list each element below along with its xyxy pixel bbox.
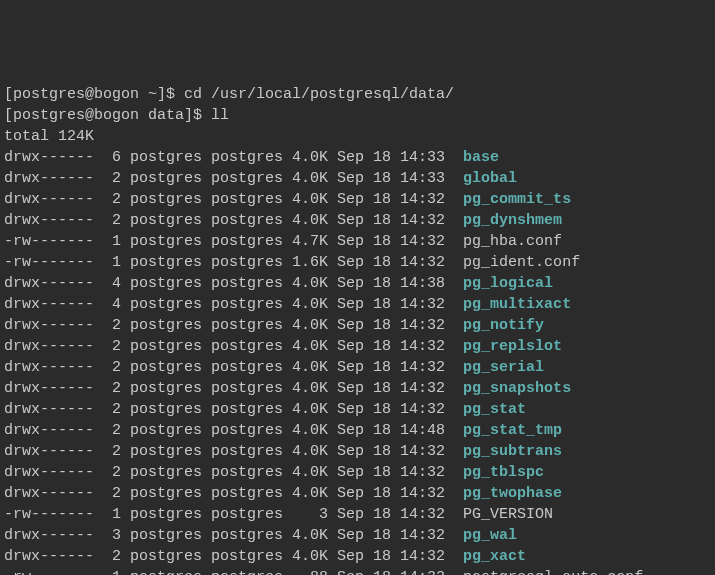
listing-row: -rw------- 1 postgres postgres 4.7K Sep … — [4, 231, 711, 252]
owner: postgres — [130, 548, 211, 565]
size: 4.0K — [292, 401, 337, 418]
datetime: Sep 18 14:32 — [337, 317, 463, 334]
datetime: Sep 18 14:32 — [337, 233, 463, 250]
dir-name: pg_serial — [463, 359, 544, 376]
links: 2 — [94, 548, 130, 565]
listing-row: drwx------ 2 postgres postgres 4.0K Sep … — [4, 336, 711, 357]
listing-row: -rw------- 1 postgres postgres 3 Sep 18 … — [4, 504, 711, 525]
file-name: pg_hba.conf — [463, 233, 562, 250]
listing-row: drwx------ 3 postgres postgres 4.0K Sep … — [4, 525, 711, 546]
listing-row: drwx------ 2 postgres postgres 4.0K Sep … — [4, 399, 711, 420]
links: 2 — [94, 212, 130, 229]
datetime: Sep 18 14:32 — [337, 191, 463, 208]
links: 2 — [94, 191, 130, 208]
dir-name: pg_dynshmem — [463, 212, 562, 229]
datetime: Sep 18 14:32 — [337, 569, 463, 575]
size: 4.0K — [292, 275, 337, 292]
group: postgres — [211, 233, 292, 250]
links: 2 — [94, 422, 130, 439]
perm: drwx------ — [4, 191, 94, 208]
size: 4.0K — [292, 548, 337, 565]
perm: drwx------ — [4, 359, 94, 376]
listing-row: -rw------- 1 postgres postgres 1.6K Sep … — [4, 252, 711, 273]
group: postgres — [211, 317, 292, 334]
perm: -rw------- — [4, 506, 94, 523]
listing-row: drwx------ 2 postgres postgres 4.0K Sep … — [4, 378, 711, 399]
terminal-output[interactable]: [postgres@bogon ~]$ cd /usr/local/postgr… — [4, 84, 711, 575]
owner: postgres — [130, 233, 211, 250]
perm: drwx------ — [4, 338, 94, 355]
owner: postgres — [130, 149, 211, 166]
owner: postgres — [130, 527, 211, 544]
datetime: Sep 18 14:32 — [337, 548, 463, 565]
datetime: Sep 18 14:32 — [337, 443, 463, 460]
size: 4.0K — [292, 149, 337, 166]
perm: drwx------ — [4, 527, 94, 544]
listing-row: drwx------ 4 postgres postgres 4.0K Sep … — [4, 294, 711, 315]
group: postgres — [211, 464, 292, 481]
datetime: Sep 18 14:38 — [337, 275, 463, 292]
datetime: Sep 18 14:32 — [337, 254, 463, 271]
command-cd: cd /usr/local/postgresql/data/ — [184, 86, 454, 103]
size: 4.0K — [292, 338, 337, 355]
listing-row: drwx------ 2 postgres postgres 4.0K Sep … — [4, 546, 711, 567]
listing-row: -rw------- 1 postgres postgres 88 Sep 18… — [4, 567, 711, 575]
perm: drwx------ — [4, 170, 94, 187]
perm: drwx------ — [4, 422, 94, 439]
size: 4.0K — [292, 212, 337, 229]
dir-name: pg_notify — [463, 317, 544, 334]
owner: postgres — [130, 212, 211, 229]
perm: drwx------ — [4, 485, 94, 502]
datetime: Sep 18 14:32 — [337, 380, 463, 397]
owner: postgres — [130, 296, 211, 313]
perm: drwx------ — [4, 212, 94, 229]
datetime: Sep 18 14:32 — [337, 485, 463, 502]
links: 2 — [94, 380, 130, 397]
datetime: Sep 18 14:32 — [337, 359, 463, 376]
group: postgres — [211, 527, 292, 544]
datetime: Sep 18 14:32 — [337, 464, 463, 481]
file-name: postgresql.auto.conf — [463, 569, 643, 575]
links: 4 — [94, 296, 130, 313]
links: 1 — [94, 569, 130, 575]
size: 4.7K — [292, 233, 337, 250]
owner: postgres — [130, 380, 211, 397]
shell-prompt-2: [postgres@bogon data]$ — [4, 107, 211, 124]
dir-name: pg_subtrans — [463, 443, 562, 460]
datetime: Sep 18 14:32 — [337, 338, 463, 355]
prompt-line-2: [postgres@bogon data]$ ll — [4, 105, 711, 126]
listing-row: drwx------ 2 postgres postgres 4.0K Sep … — [4, 420, 711, 441]
group: postgres — [211, 338, 292, 355]
perm: drwx------ — [4, 296, 94, 313]
owner: postgres — [130, 401, 211, 418]
owner: postgres — [130, 254, 211, 271]
links: 2 — [94, 338, 130, 355]
size: 4.0K — [292, 464, 337, 481]
size: 4.0K — [292, 359, 337, 376]
listing-row: drwx------ 2 postgres postgres 4.0K Sep … — [4, 441, 711, 462]
owner: postgres — [130, 275, 211, 292]
group: postgres — [211, 485, 292, 502]
dir-name: pg_stat — [463, 401, 526, 418]
size: 4.0K — [292, 317, 337, 334]
listing-row: drwx------ 2 postgres postgres 4.0K Sep … — [4, 189, 711, 210]
datetime: Sep 18 14:32 — [337, 296, 463, 313]
group: postgres — [211, 149, 292, 166]
datetime: Sep 18 14:32 — [337, 401, 463, 418]
listing-row: drwx------ 2 postgres postgres 4.0K Sep … — [4, 168, 711, 189]
perm: drwx------ — [4, 464, 94, 481]
size: 88 — [292, 569, 337, 575]
links: 6 — [94, 149, 130, 166]
perm: drwx------ — [4, 401, 94, 418]
size: 4.0K — [292, 296, 337, 313]
dir-name: pg_multixact — [463, 296, 571, 313]
group: postgres — [211, 422, 292, 439]
total-line: total 124K — [4, 128, 94, 145]
owner: postgres — [130, 338, 211, 355]
owner: postgres — [130, 569, 211, 575]
size: 3 — [292, 506, 337, 523]
dir-name: pg_snapshots — [463, 380, 571, 397]
size: 4.0K — [292, 170, 337, 187]
group: postgres — [211, 359, 292, 376]
dir-name: pg_stat_tmp — [463, 422, 562, 439]
